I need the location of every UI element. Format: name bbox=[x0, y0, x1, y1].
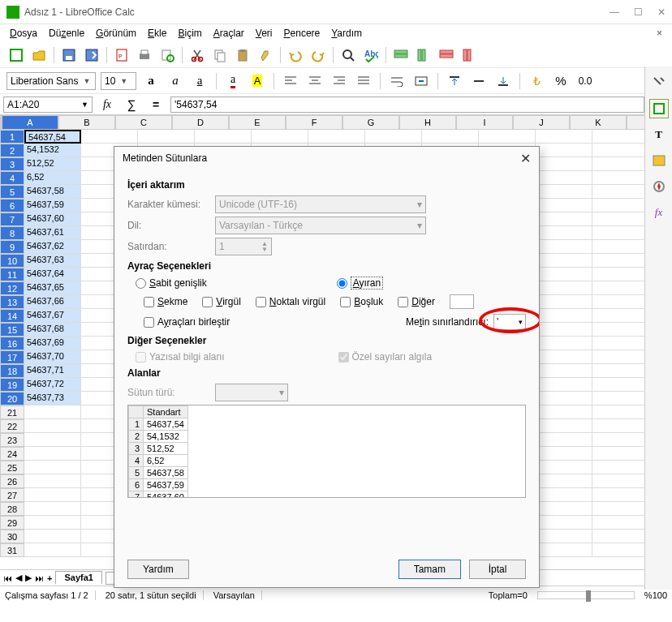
formula-icon[interactable]: = bbox=[146, 95, 166, 114]
percent-icon[interactable]: % bbox=[551, 71, 571, 91]
tab-first-icon[interactable]: ⏮ bbox=[3, 573, 12, 583]
cell-K17[interactable] bbox=[592, 350, 649, 364]
cell-K13[interactable] bbox=[592, 295, 649, 309]
row-header-29[interactable]: 29 bbox=[0, 516, 24, 530]
preview-row[interactable]: 554637,58 bbox=[129, 467, 188, 479]
cell-J24[interactable] bbox=[536, 447, 592, 461]
cell-A24[interactable] bbox=[24, 447, 81, 461]
row-header-22[interactable]: 22 bbox=[0, 419, 24, 433]
align-center-icon[interactable] bbox=[305, 71, 325, 91]
cell-J26[interactable] bbox=[536, 474, 592, 488]
sidebar-styles-icon[interactable]: T bbox=[649, 125, 669, 144]
cell-K6[interactable] bbox=[592, 199, 649, 212]
cell-K15[interactable] bbox=[592, 323, 649, 337]
cell-A9[interactable]: 54637,62 bbox=[24, 240, 81, 254]
cell-K10[interactable] bbox=[592, 254, 649, 268]
row-header-30[interactable]: 30 bbox=[0, 530, 24, 543]
radio-delimited[interactable]: Ayıran bbox=[337, 277, 383, 290]
chk-other[interactable]: Diğer bbox=[398, 294, 435, 309]
cell-K31[interactable] bbox=[592, 543, 649, 557]
open-icon[interactable] bbox=[29, 45, 49, 65]
cell-G1[interactable] bbox=[365, 130, 422, 144]
cell-A7[interactable]: 54637,60 bbox=[24, 212, 81, 226]
row-header-31[interactable]: 31 bbox=[0, 543, 24, 557]
row-header-16[interactable]: 16 bbox=[0, 337, 24, 350]
save-icon[interactable] bbox=[59, 45, 79, 65]
cell-A28[interactable] bbox=[24, 502, 81, 516]
cell-K25[interactable] bbox=[592, 461, 649, 474]
row-header-9[interactable]: 9 bbox=[0, 240, 24, 254]
cell-K16[interactable] bbox=[592, 337, 649, 350]
cell-K11[interactable] bbox=[592, 268, 649, 281]
cell-J7[interactable] bbox=[536, 212, 592, 226]
valign-top-icon[interactable] bbox=[445, 71, 464, 91]
cell-A1[interactable]: 54637,54 bbox=[24, 130, 81, 144]
row-header-1[interactable]: 1 bbox=[0, 130, 24, 144]
cell-J25[interactable] bbox=[536, 461, 592, 474]
col-header-D[interactable]: D bbox=[172, 115, 229, 130]
cell-A20[interactable]: 54637,73 bbox=[24, 392, 81, 405]
col-header-I[interactable]: I bbox=[456, 115, 513, 130]
menu-help[interactable]: Yardım bbox=[326, 26, 367, 41]
menu-edit[interactable]: Düzenle bbox=[44, 26, 89, 41]
print-icon[interactable] bbox=[135, 45, 154, 65]
clone-format-icon[interactable] bbox=[256, 45, 275, 65]
currency-icon[interactable]: ₺ bbox=[527, 71, 546, 91]
cell-A17[interactable]: 54637,70 bbox=[24, 350, 81, 364]
cell-A27[interactable] bbox=[24, 488, 81, 502]
cell-A13[interactable]: 54637,66 bbox=[24, 295, 81, 309]
cell-D1[interactable] bbox=[195, 130, 252, 144]
cell-A25[interactable] bbox=[24, 461, 81, 474]
cell-A23[interactable] bbox=[24, 433, 81, 447]
cell-K30[interactable] bbox=[592, 530, 649, 543]
valign-middle-icon[interactable] bbox=[469, 71, 489, 91]
cell-J9[interactable] bbox=[536, 240, 592, 254]
cell-A22[interactable] bbox=[24, 419, 81, 433]
cell-J13[interactable] bbox=[536, 295, 592, 309]
cell-K4[interactable] bbox=[592, 171, 649, 185]
close-window-icon[interactable]: ✕ bbox=[657, 6, 666, 18]
row-header-18[interactable]: 18 bbox=[0, 364, 24, 378]
row-header-23[interactable]: 23 bbox=[0, 433, 24, 447]
menu-window[interactable]: Pencere bbox=[279, 26, 325, 41]
row-header-25[interactable]: 25 bbox=[0, 461, 24, 474]
saveas-icon[interactable] bbox=[82, 45, 101, 65]
cell-J30[interactable] bbox=[536, 530, 592, 543]
row-header-5[interactable]: 5 bbox=[0, 185, 24, 199]
formula-bar[interactable]: '54637,54 bbox=[170, 97, 644, 113]
row-header-4[interactable]: 4 bbox=[0, 171, 24, 185]
row-header-21[interactable]: 21 bbox=[0, 405, 24, 419]
cell-K26[interactable] bbox=[592, 474, 649, 488]
cell-K19[interactable] bbox=[592, 378, 649, 392]
row-header-12[interactable]: 12 bbox=[0, 281, 24, 295]
cell-A10[interactable]: 54637,63 bbox=[24, 254, 81, 268]
cell-K22[interactable] bbox=[592, 419, 649, 433]
cell-J16[interactable] bbox=[536, 337, 592, 350]
row-header-14[interactable]: 14 bbox=[0, 309, 24, 323]
dialog-close-icon[interactable]: ✕ bbox=[520, 151, 531, 166]
highlight-icon[interactable]: A bbox=[248, 71, 267, 91]
chk-semicolon[interactable]: Noktalı virgül bbox=[256, 294, 325, 309]
cell-A11[interactable]: 54637,64 bbox=[24, 268, 81, 281]
cell-K27[interactable] bbox=[592, 488, 649, 502]
row-header-20[interactable]: 20 bbox=[0, 392, 24, 405]
redo-icon[interactable] bbox=[308, 45, 328, 65]
row-header-8[interactable]: 8 bbox=[0, 226, 24, 240]
cell-K20[interactable] bbox=[592, 392, 649, 405]
preview-row[interactable]: 3512,52 bbox=[129, 443, 188, 455]
col-header-H[interactable]: H bbox=[399, 115, 456, 130]
col-insert-icon[interactable] bbox=[414, 45, 433, 65]
textdelim-combo[interactable]: '▾ bbox=[493, 314, 526, 330]
cell-J5[interactable] bbox=[536, 185, 592, 199]
row-header-26[interactable]: 26 bbox=[0, 474, 24, 488]
cell-J15[interactable] bbox=[536, 323, 592, 337]
cell-A15[interactable]: 54637,68 bbox=[24, 323, 81, 337]
col-header-J[interactable]: J bbox=[513, 115, 570, 130]
help-button[interactable]: Yardım bbox=[127, 560, 189, 579]
function-wizard-icon[interactable]: fx bbox=[97, 95, 117, 114]
cell-J29[interactable] bbox=[536, 516, 592, 530]
cell-K28[interactable] bbox=[592, 502, 649, 516]
cell-K18[interactable] bbox=[592, 364, 649, 378]
cell-J21[interactable] bbox=[536, 405, 592, 419]
cut-icon[interactable] bbox=[187, 45, 207, 65]
